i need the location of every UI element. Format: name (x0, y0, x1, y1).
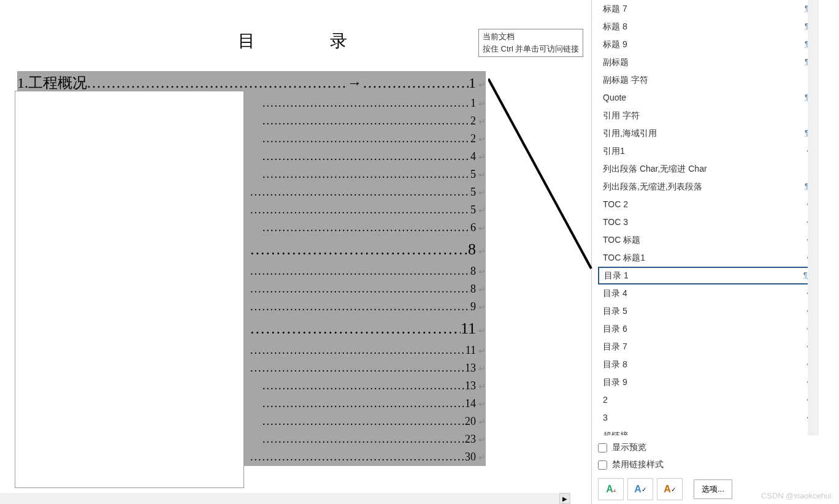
toc-page: 8 (470, 280, 476, 298)
toc-page: 30 (465, 448, 476, 466)
para-mark-icon: ↵ (478, 413, 486, 431)
toc-page: 23 (465, 430, 476, 448)
styles-panel: 标题 7¶a标题 8¶a标题 9¶a副标题¶a副标题 字符aQuote¶a引用 … (591, 0, 839, 504)
toc-leader-dots: ........................................… (262, 219, 470, 237)
toc-leader-dots: ........................................… (262, 430, 465, 448)
para-mark-icon: ↵ (478, 131, 486, 148)
toc-leader-dots: ........................................… (250, 448, 465, 466)
style-item[interactable]: TOC 标题1↵ (598, 249, 818, 267)
disable-linked-input[interactable] (598, 460, 607, 470)
style-name: 目录 4 (603, 284, 627, 302)
style-item[interactable]: 引用1↵ (598, 142, 818, 160)
para-mark-icon: ↵ (478, 263, 486, 281)
show-preview-input[interactable] (598, 443, 607, 452)
show-preview-label: 显示预览 (612, 442, 646, 453)
para-mark-icon: ↵ (478, 95, 486, 113)
para-mark-icon: ↵ (478, 148, 486, 166)
toc-page: 13 (465, 377, 476, 395)
style-name: 目录 9 (603, 373, 627, 391)
style-item[interactable]: Quote¶a (598, 89, 818, 107)
toc-leader-dots: ........................................… (250, 280, 470, 298)
style-name: 目录 1 (604, 268, 629, 283)
para-mark-icon: ↵ (478, 378, 486, 395)
style-name: 标题 8 (603, 18, 627, 36)
hyperlink-tooltip: 当前文档 按住 Ctrl 并单击可访问链接 (478, 29, 583, 57)
disable-linked-checkbox[interactable]: 禁用链接样式 (598, 456, 833, 473)
para-mark-icon: ↵ (478, 239, 486, 265)
style-item[interactable]: TOC 标题↵ (598, 231, 818, 249)
para-mark-icon: ↵ (478, 431, 486, 449)
para-mark-icon: ↵ (478, 166, 486, 184)
toc-page: 5 (470, 183, 476, 201)
style-name: 列出段落 Char,无缩进 Char (603, 160, 707, 178)
toc-leader-dots: ........................................… (262, 395, 465, 413)
style-inspector-button[interactable]: A✓ (627, 478, 653, 500)
tooltip-hint: 按住 Ctrl 并单击可访问链接 (483, 44, 579, 55)
style-item[interactable]: TOC 2↵ (598, 196, 818, 213)
style-item[interactable]: 副标题 字符a (598, 71, 818, 89)
style-item[interactable]: 2↵ (598, 391, 818, 409)
toc-page: 9 (470, 298, 476, 316)
style-name: 3 (603, 409, 608, 427)
style-item[interactable]: 列出段落 Char,无缩进 Chara (598, 160, 818, 178)
style-name: 目录 6 (603, 320, 627, 338)
style-item[interactable]: 引用 字符a (598, 107, 818, 124)
style-item[interactable]: 3↵ (598, 409, 818, 427)
toc-leader-dots: ........................................… (262, 148, 470, 166)
new-style-button[interactable]: A₄ (598, 478, 624, 500)
style-name: 目录 7 (603, 338, 627, 356)
style-item[interactable]: 目录 9↵ (598, 373, 818, 391)
para-mark-icon: ↵ (478, 360, 486, 378)
para-mark-icon: ↵ (478, 318, 486, 344)
style-item[interactable]: 列出段落,无缩进,列表段落¶a (598, 178, 818, 196)
style-item[interactable]: 目录 4↵ (598, 284, 818, 302)
toc-page: 8 (470, 262, 476, 280)
toc-page: 2 (470, 130, 476, 148)
styles-scrollbar[interactable] (808, 0, 819, 437)
toc-leader-dots: ........................................… (262, 413, 465, 430)
options-button[interactable]: 选项... (694, 479, 732, 499)
toc-leader-dots: ........................................… (250, 359, 465, 377)
style-name: TOC 3 (603, 213, 628, 231)
toc-leader-dots: ........................................… (262, 130, 470, 148)
style-item[interactable]: 标题 9¶a (598, 36, 818, 53)
toc-page: 4 (470, 148, 476, 166)
toc-page: 5 (470, 166, 476, 183)
overlay-panel (15, 91, 244, 488)
para-mark-icon: ↵ (478, 281, 486, 299)
style-item[interactable]: 目录 6↵ (598, 320, 818, 338)
tooltip-title: 当前文档 (483, 31, 579, 42)
para-mark-icon: ↵ (478, 184, 486, 202)
style-item[interactable]: TOC 3↵ (598, 213, 818, 231)
style-name: 引用 字符 (603, 107, 640, 124)
style-name: 引用,海域引用 (603, 124, 657, 142)
toc-page: 8 (468, 237, 476, 262)
style-item[interactable]: 引用,海域引用¶a (598, 124, 818, 142)
toc-leader-dots: ........................................… (250, 237, 468, 262)
style-name: 引用1 (603, 142, 625, 160)
styles-list: 标题 7¶a标题 8¶a标题 9¶a副标题¶a副标题 字符aQuote¶a引用 … (598, 0, 818, 437)
style-name: 列出段落,无缩进,列表段落 (603, 178, 702, 196)
style-name: TOC 标题1 (603, 249, 645, 267)
style-name: TOC 2 (603, 196, 628, 213)
style-item[interactable]: 标题 8¶a (598, 18, 818, 36)
toc-page: 13 (465, 359, 476, 377)
watermark: CSDN @xiaokcehui (761, 491, 832, 500)
style-name: 标题 9 (603, 36, 627, 53)
style-name: Quote (603, 89, 626, 107)
style-item[interactable]: 目录 8↵ (598, 356, 818, 373)
toc-page: 14 (465, 395, 476, 413)
para-mark-icon: ↵ (478, 342, 486, 360)
toc-page: 20 (465, 413, 476, 430)
scroll-right-icon[interactable]: ▶ (559, 493, 570, 504)
style-name: TOC 标题 (603, 231, 640, 249)
style-item[interactable]: 标题 7¶a (598, 0, 818, 18)
para-mark-icon: ↵ (478, 74, 486, 97)
style-item[interactable]: 目录 1¶a (598, 267, 818, 284)
doc-horizontal-scrollbar[interactable]: ▶ (0, 493, 570, 504)
style-item[interactable]: 目录 7↵ (598, 338, 818, 356)
show-preview-checkbox[interactable]: 显示预览 (598, 439, 833, 456)
manage-styles-button[interactable]: A✓ (657, 478, 683, 500)
style-item[interactable]: 目录 5↵ (598, 302, 818, 320)
style-item[interactable]: 副标题¶a (598, 53, 818, 71)
